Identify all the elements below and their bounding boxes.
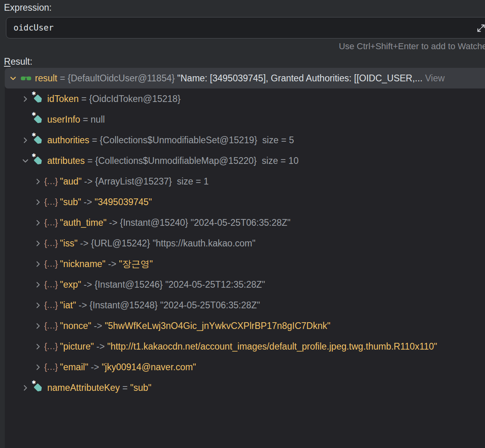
row-text: "nonce" -> "5hwWfKeLwj3nO4Gic_jnYwkvCXPl… [60,321,330,331]
map-entry-icon: {…} [45,196,57,208]
chevron-right-icon[interactable] [21,136,30,144]
text-segment: = [85,156,95,166]
text-segment: {ArrayList@15237} [95,176,172,187]
text-segment: null [90,114,105,125]
text-segment: -> [77,238,91,248]
row-text: "exp" -> {Instant@15246} "2024-05-25T12:… [60,279,265,290]
tree-row-nameAttributeKey[interactable]: ✱nameAttributeKey = "sub" [5,377,485,398]
text-segment: result [35,73,57,83]
chevron-right-icon[interactable] [34,177,42,186]
tree-row-auth-time[interactable]: {…}"auth_time" -> {Instant@15240} "2024-… [5,212,485,233]
text-segment: -> [106,259,119,269]
text-segment: size = 1 [172,176,209,187]
row-text: attributes = {Collections$UnmodifiableMa… [47,156,298,166]
text-segment: -> [81,197,94,207]
text-segment: "sub" [60,197,81,207]
text-segment: {DefaultOidcUser@11854} [67,73,175,83]
text-segment: -> [106,217,120,228]
map-entry-icon: {…} [45,299,57,311]
row-text: "picture" -> "http://t1.kakaocdn.net/acc… [60,341,437,352]
map-entry-icon: {…} [45,340,57,352]
map-entry-icon: {…} [45,361,57,373]
row-text: "iat" -> {Instant@15248} "2024-05-25T06:… [60,300,260,311]
chevron-spacer [21,115,30,124]
chevron-right-icon[interactable] [34,342,42,351]
text-segment: {Instant@15248} "2024-05-25T06:35:28Z" [90,300,260,310]
row-text: userInfo = null [47,114,105,125]
tree-row-aud[interactable]: {…}"aud" -> {ArrayList@15237} size = 1 [5,171,485,192]
text-segment: -> [91,321,105,331]
tree-row-attributes[interactable]: ✱attributes = {Collections$UnmodifiableM… [5,150,485,171]
text-segment: "exp" [60,279,81,290]
field-tag-icon: ✱ [32,134,44,146]
row-text: idToken = {OidcIdToken@15218} [47,94,181,104]
tree-row-iss[interactable]: {…}"iss" -> {URL@15242} "https://kauth.k… [5,233,485,254]
tree-row-nickname[interactable]: {…}"nickname" -> "장근영" [5,254,485,274]
text-segment: = [80,114,90,125]
expand-expression-button[interactable] [476,23,485,33]
text-segment: nameAttributeKey [47,383,120,393]
tree-row-result[interactable]: result = {DefaultOidcUser@11854} "Name: … [5,68,485,88]
map-entry-icon: {…} [45,175,57,187]
text-segment: "장근영" [119,259,153,269]
text-segment: "jky00914@naver.com" [102,362,196,372]
map-entry-icon: {…} [45,320,57,332]
expression-input[interactable] [6,17,474,38]
text-segment: userInfo [47,114,80,125]
watch-result-icon [20,72,32,84]
text-segment: "nickname" [60,259,106,269]
chevron-right-icon[interactable] [34,321,42,330]
text-segment: "http://t1.kakaocdn.net/account_images/d… [107,341,437,352]
text-segment: {Collections$UnmodifiableMap@15220} [95,156,257,166]
chevron-right-icon[interactable] [34,363,42,371]
tree-row-exp[interactable]: {…}"exp" -> {Instant@15246} "2024-05-25T… [5,274,485,295]
text-segment: {Collections$UnmodifiableSet@15219} [100,135,257,145]
chevron-right-icon[interactable] [34,239,42,248]
row-text: "aud" -> {ArrayList@15237} size = 1 [60,176,209,187]
field-tag-icon: ✱ [32,93,44,105]
chevron-right-icon[interactable] [34,301,42,310]
tree-row-iat[interactable]: {…}"iat" -> {Instant@15248} "2024-05-25T… [5,295,485,315]
final-badge-icon: ✱ [32,112,36,117]
tree-row-authorities[interactable]: ✱authorities = {Collections$Unmodifiable… [5,130,485,150]
text-segment: -> [88,362,102,372]
watches-hint-text: Use Ctrl+Shift+Enter to add to Watches [339,40,485,52]
tree-row-userInfo[interactable]: ✱userInfo = null [5,109,485,130]
text-segment: = [57,73,67,83]
map-entry-icon: {…} [45,217,57,229]
text-segment: idToken [47,94,79,104]
text-segment: attributes [47,156,85,166]
chevron-right-icon[interactable] [34,218,42,227]
tree-row-picture[interactable]: {…}"picture" -> "http://t1.kakaocdn.net/… [5,336,485,357]
text-segment: "iss" [60,238,77,248]
tree-row-email[interactable]: {…}"email" -> "jky00914@naver.com" [5,357,485,377]
chevron-right-icon[interactable] [21,383,30,392]
result-label: Result: [4,56,33,67]
field-tag-icon: ✱ [32,382,44,394]
chevron-down-icon[interactable] [21,156,30,165]
tree-row-sub[interactable]: {…}"sub" -> "3495039745" [5,192,485,212]
text-segment: {Instant@15246} "2024-05-25T12:35:28Z" [94,279,265,290]
chevron-right-icon[interactable] [34,260,42,268]
text-segment: "sub" [130,383,151,393]
text-segment: -> [81,279,94,290]
final-badge-icon: ✱ [32,380,36,385]
text-segment: "auth_time" [60,217,106,228]
final-badge-icon: ✱ [32,132,36,137]
tree-row-nonce[interactable]: {…}"nonce" -> "5hwWfKeLwj3nO4Gic_jnYwkvC… [5,315,485,336]
row-text: "auth_time" -> {Instant@15240} "2024-05-… [60,217,291,228]
expression-editor [6,17,485,38]
view-link[interactable]: View [423,73,445,83]
chevron-right-icon[interactable] [34,280,42,289]
row-text: "sub" -> "3495039745" [60,197,152,208]
chevron-right-icon[interactable] [34,198,42,206]
chevron-right-icon[interactable] [21,94,30,103]
chevron-down-icon[interactable] [9,74,17,83]
tree-row-idToken[interactable]: ✱idToken = {OidcIdToken@15218} [5,88,485,109]
field-tag-icon: ✱ [32,113,44,125]
text-segment: "3495039745" [94,197,152,207]
map-entry-icon: {…} [45,258,57,270]
text-segment: "email" [60,362,88,372]
result-tree: result = {DefaultOidcUser@11854} "Name: … [5,68,485,448]
expand-icon [476,29,485,35]
